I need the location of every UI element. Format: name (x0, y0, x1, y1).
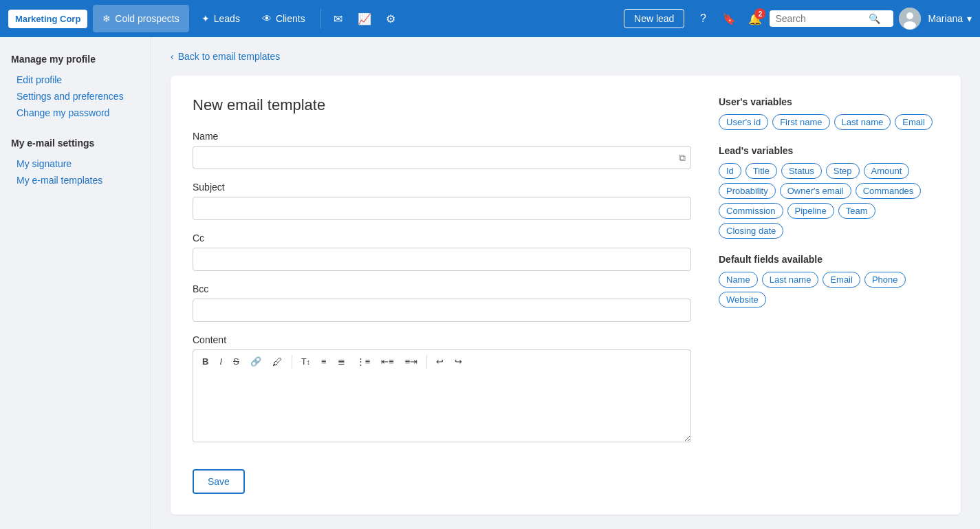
settings-icon-btn[interactable]: ⚙ (379, 7, 402, 30)
sidebar-link-edit-profile[interactable]: Edit profile (11, 72, 140, 88)
brand-logo: Marketing Corp (8, 10, 87, 28)
nav-tab-leads[interactable]: ✦ Leads (192, 5, 250, 32)
italic-button[interactable]: I (215, 354, 227, 369)
help-icon-btn[interactable]: ? (691, 7, 715, 30)
strikethrough-button[interactable]: S (228, 354, 244, 369)
sidebar-section-email-title: My e-mail settings (11, 138, 140, 149)
subject-field-group: Subject (193, 182, 691, 220)
nav-tab-leads-label: Leads (214, 13, 240, 24)
user-label[interactable]: Mariana (928, 13, 963, 24)
cc-label: Cc (193, 233, 691, 244)
cc-input[interactable] (193, 248, 691, 271)
var-tag-users-id[interactable]: User's id (719, 114, 768, 130)
var-tag-team[interactable]: Team (838, 203, 875, 219)
default-fields-section: Default fields available Name Last name … (719, 254, 939, 307)
name-input-wrap: ⧉ (193, 146, 691, 169)
var-tag-title[interactable]: Title (745, 163, 777, 179)
users-variables-title: User's variables (719, 96, 939, 107)
users-variables-tags: User's id First name Last name Email (719, 114, 939, 130)
clients-icon: 👁 (262, 13, 272, 24)
sidebar-link-change-password[interactable]: Change my password (11, 105, 140, 121)
unordered-list-button[interactable]: ≣ (333, 354, 350, 369)
var-tag-id[interactable]: Id (719, 163, 741, 179)
name-label: Name (193, 131, 691, 142)
var-tag-phone[interactable]: Phone (864, 272, 906, 288)
content-textarea[interactable] (193, 373, 691, 442)
nav-tab-cold-prospects-label: Cold prospects (115, 13, 179, 24)
content-toolbar: B I S 🔗 🖊 T↕ ≡ ≣ ⋮≡ ⇤≡ ≡⇥ ↩ (193, 349, 691, 373)
var-tag-pipeline[interactable]: Pipeline (787, 203, 834, 219)
nav-tab-cold-prospects[interactable]: ❄ Cold prospects (93, 5, 188, 32)
var-tag-owners-email[interactable]: Owner's email (780, 183, 851, 199)
save-button[interactable]: Save (193, 469, 245, 494)
var-tag-step[interactable]: Step (826, 163, 860, 179)
ordered-list-button[interactable]: ⋮≡ (351, 354, 375, 369)
var-tag-website[interactable]: Website (719, 292, 766, 307)
bold-button[interactable]: B (197, 354, 213, 369)
bcc-field-group: Bcc (193, 283, 691, 322)
chart-icon-btn[interactable]: 📈 (353, 7, 376, 30)
default-fields-title: Default fields available (719, 254, 939, 265)
sidebar-link-signature[interactable]: My signature (11, 155, 140, 172)
svg-point-1 (906, 12, 913, 19)
var-tag-email-default[interactable]: Email (823, 272, 860, 288)
back-link[interactable]: ‹ Back to email templates (171, 51, 961, 62)
redo-button[interactable]: ↪ (450, 354, 467, 369)
name-field-group: Name ⧉ (193, 131, 691, 169)
nav-tab-clients[interactable]: 👁 Clients (252, 5, 315, 32)
form-card: New email template Name ⧉ Subject Cc (171, 76, 961, 515)
var-tag-commandes[interactable]: Commandes (856, 183, 922, 199)
align-button[interactable]: ≡ (316, 354, 331, 369)
var-tag-email-user[interactable]: Email (895, 114, 933, 130)
highlight-button[interactable]: 🖊 (268, 353, 287, 370)
notifications-icon-btn[interactable]: 🔔 2 (743, 7, 767, 30)
sidebar-section-profile-title: Manage my profile (11, 54, 140, 65)
content-field-group: Content B I S 🔗 🖊 T↕ ≡ ≣ ⋮≡ ⇤≡ ≡⇥ (193, 334, 691, 444)
sidebar-link-templates[interactable]: My e-mail templates (11, 172, 140, 188)
sidebar-section-profile: Manage my profile Edit profile Settings … (11, 54, 140, 121)
bcc-input[interactable] (193, 299, 691, 322)
indent-in-button[interactable]: ≡⇥ (400, 354, 423, 369)
user-dropdown-icon[interactable]: ▾ (967, 13, 972, 24)
link-button[interactable]: 🔗 (246, 354, 266, 369)
name-input[interactable] (193, 146, 691, 169)
new-lead-button[interactable]: New lead (624, 9, 684, 28)
content-label: Content (193, 334, 691, 345)
sidebar: Manage my profile Edit profile Settings … (0, 37, 151, 529)
undo-button[interactable]: ↩ (431, 354, 448, 369)
svg-point-2 (904, 21, 916, 30)
leads-variables-tags: Id Title Status Step Amount Probability … (719, 163, 939, 239)
subject-input[interactable] (193, 197, 691, 220)
topnav: Marketing Corp ❄ Cold prospects ✦ Leads … (0, 0, 980, 37)
var-tag-status[interactable]: Status (781, 163, 822, 179)
var-tag-last-name[interactable]: Last name (834, 114, 891, 130)
subject-label: Subject (193, 182, 691, 193)
var-tag-name[interactable]: Name (719, 272, 758, 288)
form-right: User's variables User's id First name La… (719, 96, 939, 494)
layout: Manage my profile Edit profile Settings … (0, 37, 980, 529)
search-input[interactable] (775, 13, 864, 24)
var-tag-probability[interactable]: Probability (719, 183, 776, 199)
back-link-label: Back to email templates (178, 51, 281, 62)
var-tag-commission[interactable]: Commission (719, 203, 783, 219)
page-title: New email template (193, 96, 691, 114)
cold-prospects-icon: ❄ (102, 13, 111, 24)
main-content: ‹ Back to email templates New email temp… (151, 37, 980, 529)
var-tag-last-name-default[interactable]: Last name (762, 272, 819, 288)
users-variables-section: User's variables User's id First name La… (719, 96, 939, 130)
nav-separator (320, 9, 321, 28)
indent-out-button[interactable]: ⇤≡ (376, 354, 399, 369)
sidebar-link-settings[interactable]: Settings and preferences (11, 88, 140, 105)
nav-tab-clients-label: Clients (276, 13, 305, 24)
email-icon-btn[interactable]: ✉ (327, 7, 350, 30)
var-tag-amount[interactable]: Amount (864, 163, 910, 179)
bookmark-icon-btn[interactable]: 🔖 (717, 7, 741, 30)
cc-field-group: Cc (193, 233, 691, 271)
leads-variables-title: Lead's variables (719, 145, 939, 156)
var-tag-closing-date[interactable]: Closing date (719, 223, 783, 239)
search-box: 🔍 (770, 10, 893, 27)
var-tag-first-name[interactable]: First name (772, 114, 829, 130)
font-size-button[interactable]: T↕ (296, 354, 315, 369)
search-icon: 🔍 (869, 13, 880, 24)
sidebar-section-email: My e-mail settings My signature My e-mai… (11, 138, 140, 188)
